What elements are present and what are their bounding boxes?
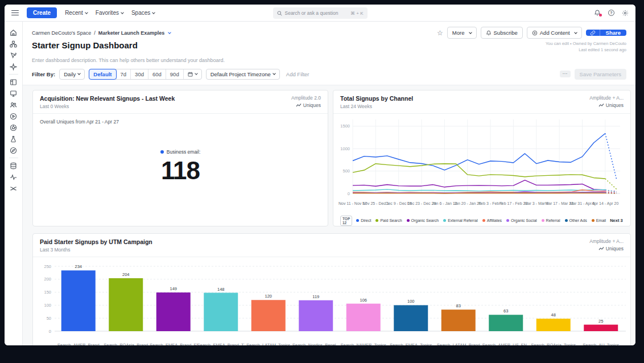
- bar[interactable]: [536, 319, 571, 331]
- breadcrumb-page[interactable]: Marketer Launch Examples: [98, 30, 165, 36]
- line-chart[interactable]: 050010001500: [338, 116, 625, 201]
- chevron-down-icon: [469, 31, 472, 34]
- legend-item[interactable]: External Referral: [443, 218, 478, 222]
- bar-category-labels: Search_AMER_BrandSearch_ROAsia_BrandSear…: [55, 343, 626, 346]
- overflow-menu-button[interactable]: ···: [560, 71, 571, 77]
- legend-dot: [542, 219, 544, 222]
- discover-icon[interactable]: [5, 145, 22, 156]
- bar[interactable]: [441, 310, 476, 331]
- page-title: Starter Signup Dashboard: [32, 40, 138, 50]
- bar-value-label: 234: [75, 264, 82, 269]
- signals-icon[interactable]: [5, 171, 22, 183]
- legend-item[interactable]: Direct: [356, 218, 371, 222]
- add-content-button[interactable]: Add Content: [527, 27, 582, 39]
- line-series-direct[interactable]: [353, 133, 605, 170]
- legend-item[interactable]: Email: [592, 218, 606, 222]
- save-parameters-button[interactable]: Save Parameters: [575, 69, 626, 80]
- line-legend: TOP 12 DirectPaid SearchOrganic SearchEx…: [338, 214, 625, 226]
- chevron-down-icon: [574, 31, 577, 34]
- card-title[interactable]: Acquisition: New Relevant Signups - Last…: [40, 95, 175, 102]
- range-60d[interactable]: 60d: [148, 69, 166, 79]
- dashboard-description-placeholder[interactable]: Enter dashboard description. This can he…: [32, 57, 626, 63]
- chevron-down-icon[interactable]: [168, 31, 172, 34]
- notifications-button[interactable]: [594, 9, 601, 16]
- settings-gear-icon[interactable]: [622, 10, 629, 16]
- range-90d[interactable]: 90d: [166, 69, 183, 79]
- trend-icon: [296, 103, 302, 108]
- line-series-organic-search[interactable]: [353, 180, 605, 189]
- bar-category-label: Search_EMEA_Topics: [387, 343, 435, 346]
- card-subtitle: Last 24 Weeks: [340, 104, 413, 109]
- filter-bar: Filter By: Daily Default 7d 30d 60d 90d: [23, 63, 635, 85]
- single-value-legend[interactable]: Business email:: [160, 149, 201, 155]
- share-button[interactable]: Share: [586, 30, 626, 36]
- subscribe-button[interactable]: Subscribe: [481, 27, 523, 39]
- legend-item[interactable]: Other Ads: [565, 218, 587, 222]
- help-icon[interactable]: ?: [608, 10, 614, 16]
- granularity-dropdown[interactable]: Daily: [59, 69, 85, 80]
- nav-favorites[interactable]: Favorites: [96, 10, 123, 16]
- legend-item[interactable]: Affiliates: [482, 218, 502, 222]
- legend-item[interactable]: Organic Search: [407, 218, 439, 222]
- single-value: 118: [161, 158, 200, 183]
- add-circle-icon: [532, 30, 538, 36]
- home-icon[interactable]: [5, 27, 22, 38]
- timezone-value: Default Project Timezone: [210, 71, 271, 77]
- range-7d[interactable]: 7d: [116, 69, 131, 79]
- search-input[interactable]: Search or ask a question ⌘ + K: [273, 7, 368, 19]
- bar[interactable]: [346, 303, 381, 331]
- bar-value-label: 119: [312, 294, 319, 299]
- bar[interactable]: [584, 324, 618, 331]
- metrics-icon[interactable]: [5, 122, 22, 133]
- bar[interactable]: [251, 300, 286, 331]
- bar[interactable]: [204, 292, 238, 331]
- bar[interactable]: [109, 278, 143, 331]
- recordings-icon[interactable]: [5, 110, 22, 122]
- breadcrumb-space[interactable]: Carmen DeCouto's Space: [32, 30, 91, 36]
- legend-item[interactable]: Organic Social: [506, 218, 537, 222]
- range-default[interactable]: Default: [89, 69, 116, 80]
- bar[interactable]: [489, 315, 523, 331]
- more-button[interactable]: More: [447, 27, 477, 39]
- search-icon: [277, 11, 282, 16]
- ai-sparkle-icon[interactable]: [5, 61, 22, 72]
- favorite-star-icon[interactable]: ☆: [437, 30, 443, 36]
- dashboards-icon[interactable]: [5, 76, 22, 88]
- custom-date-button[interactable]: [183, 69, 201, 79]
- card-title[interactable]: Paid Starter Signups by UTM Campaign: [40, 238, 152, 245]
- spaces-icon[interactable]: [5, 38, 22, 50]
- line-series-external-referral[interactable]: [353, 189, 605, 191]
- card-title[interactable]: Total Signups by Channel: [340, 95, 413, 102]
- legend-item[interactable]: Paid Search: [375, 218, 402, 222]
- bar-category-label: Search_ROAsia_Brand: [102, 343, 150, 346]
- audiences-icon[interactable]: [5, 99, 22, 110]
- bar-chart[interactable]: 0501001502002502342041491481201191061008…: [38, 259, 626, 343]
- nav-recent[interactable]: Recent: [65, 10, 88, 16]
- bar[interactable]: [394, 305, 428, 331]
- bar[interactable]: [61, 270, 96, 331]
- experiments-icon[interactable]: [5, 133, 22, 145]
- bar[interactable]: [156, 292, 191, 331]
- data-icon[interactable]: [5, 160, 22, 171]
- legend-label: Email: [596, 218, 606, 222]
- top-badge[interactable]: TOP 12: [340, 216, 352, 226]
- bar-value-label: 106: [360, 297, 367, 302]
- pathfinder-icon[interactable]: [5, 183, 22, 194]
- legend-next-button[interactable]: Next 3: [610, 218, 623, 223]
- bar[interactable]: [299, 300, 333, 331]
- nav-spaces[interactable]: Spaces: [131, 10, 155, 16]
- range-30d[interactable]: 30d: [130, 69, 148, 79]
- bar-category-label: Search_Nordics_Benel...: [292, 343, 340, 346]
- create-button[interactable]: Create: [27, 7, 57, 18]
- add-filter-button[interactable]: Add Filter: [286, 71, 309, 77]
- timezone-dropdown[interactable]: Default Project Timezone: [206, 69, 280, 80]
- sidebar-divider: [9, 158, 18, 158]
- legend-item[interactable]: Referral: [542, 218, 560, 222]
- select-cursor-icon[interactable]: [5, 50, 22, 61]
- menu-icon[interactable]: [11, 10, 19, 16]
- legend-label: Paid Search: [380, 218, 402, 222]
- legend-label: Referral: [546, 218, 560, 222]
- bar-category-label: Search_AMER_US_EN_Br...: [482, 343, 530, 346]
- session-replay-icon[interactable]: [5, 88, 22, 99]
- granularity-value: Daily: [64, 71, 76, 77]
